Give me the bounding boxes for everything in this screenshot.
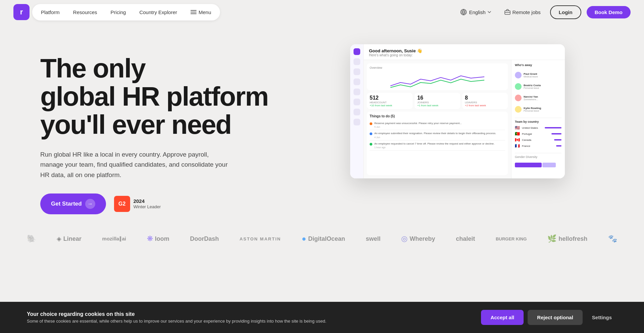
briefcase-icon (504, 9, 511, 15)
away-reason: Personal leave (524, 110, 541, 112)
headcount-value: 512 (370, 95, 410, 101)
todo-time: 4 Jun (374, 136, 496, 138)
language-label: English (469, 9, 485, 15)
line-chart (370, 71, 505, 89)
away-reason: Medical leave (524, 75, 538, 78)
dashboard-header: Good afternoon, Susie 👋 Here's what's go… (364, 44, 565, 60)
sidebar-dot-active (354, 48, 360, 55)
book-demo-button[interactable]: Book Demo (587, 6, 631, 18)
get-started-button[interactable]: Get Started → (40, 193, 106, 214)
get-started-label: Get Started (51, 201, 82, 207)
hero-subtext: Run global HR like a local in every coun… (40, 150, 228, 180)
nav-item-resources[interactable]: Resources (67, 7, 103, 18)
stat-headcount: 512 HEADCOUNT +10 from last week (367, 93, 413, 109)
arrow-icon: → (85, 199, 95, 209)
cookie-actions: Accept all Reject optional Settings (481, 310, 617, 325)
language-selector[interactable]: English (456, 6, 495, 18)
dashboard-center: Overview 512 HEADCOUNT (364, 60, 511, 178)
flag-ca: 🇨🇦 (515, 137, 520, 142)
linear-icon: ◈ (57, 235, 61, 242)
linear-label: Linear (63, 235, 82, 242)
loom-icon: ❋ (147, 234, 153, 243)
away-name: Paul Grant (524, 72, 538, 75)
sidebar-dot (354, 78, 360, 85)
away-name: Narcisi Yan (524, 95, 538, 98)
nav-item-platform[interactable]: Platform (35, 7, 66, 18)
heading-line1: The only (40, 53, 145, 83)
todo-dot (370, 122, 372, 125)
country-item-pt: 🇵🇹 Portugal (515, 131, 561, 137)
avatar (515, 72, 522, 78)
todo-section: Things to do (5) Reserve payment was uns… (367, 112, 508, 175)
hero-heading: The only global HR platform you'll ever … (40, 54, 350, 139)
away-name: Beatriz Costa (524, 84, 541, 87)
reject-optional-button[interactable]: Reject optional (528, 310, 583, 325)
dashboard-screenshot: Good afternoon, Susie 👋 Here's what's go… (350, 44, 565, 178)
sidebar-dot (354, 58, 360, 65)
todo-text: An employee requested to cancel 7 time o… (374, 142, 494, 146)
logo[interactable]: r (13, 4, 30, 20)
flag-us: 🇺🇸 (515, 125, 520, 130)
logo-digitalocean: ● DigitalOcean (302, 234, 345, 243)
country-item-ca: 🇨🇦 Canada (515, 137, 561, 143)
chaleit-label: chaleit (456, 235, 475, 242)
accept-all-button[interactable]: Accept all (481, 310, 524, 325)
country-bar (551, 133, 561, 134)
heading-line3: you'll ever need (40, 110, 231, 140)
flag-fr: 🇫🇷 (515, 144, 520, 148)
nav-item-country-explorer[interactable]: Country Explorer (133, 7, 183, 18)
chevron-down-icon (488, 11, 491, 13)
sidebar-dot (354, 109, 360, 115)
remote-jobs-label: Remote jobs (513, 9, 541, 15)
todo-item-3: An employee requested to cancel 7 time o… (370, 141, 505, 151)
country-name-pt: Portugal (522, 132, 532, 135)
country-item-fr: 🇫🇷 France (515, 143, 561, 149)
flag-pt: 🇵🇹 (515, 131, 520, 136)
leavers-value: 8 (465, 95, 505, 101)
hero-right: Good afternoon, Susie 👋 Here's what's go… (350, 44, 604, 178)
whereby-icon: ◎ (401, 234, 408, 243)
swell-label: swell (366, 235, 381, 242)
dashboard-sidebar (350, 44, 364, 178)
sidebar-dot (354, 119, 360, 125)
sidebar-dot (354, 68, 360, 75)
svg-rect-1 (191, 12, 197, 12)
logo-burgerking: BURGER KING (496, 236, 527, 241)
navbar: r Platform Resources Pricing Country Exp… (0, 0, 644, 24)
g2-icon: G2 (114, 196, 130, 212)
g2-label: Winter Leader (133, 204, 161, 210)
joiners-value: 16 (417, 95, 458, 101)
digitalocean-label: DigitalOcean (308, 235, 345, 242)
team-by-country-title: Team by country (515, 120, 561, 123)
todo-dot (370, 132, 372, 135)
country-item-us: 🇺🇸 United States (515, 125, 561, 131)
avatar (515, 106, 522, 113)
cookie-settings-button[interactable]: Settings (587, 310, 617, 325)
svg-rect-5 (515, 163, 542, 167)
leavers-label: LEAVERS (465, 101, 505, 104)
burgerking-label: BURGER KING (496, 236, 527, 241)
cookie-banner: Your choice regarding cookies on this si… (0, 302, 644, 333)
logo-whereby: ◎ Whereby (401, 234, 435, 243)
whereby-label: Whereby (410, 235, 435, 242)
away-item-3: Narcisi Yan Somewhere... (515, 94, 561, 102)
headcount-label: HEADCOUNT (370, 101, 410, 104)
stats-row: 512 HEADCOUNT +10 from last week 16 JOIN… (367, 93, 508, 109)
svg-rect-2 (191, 13, 197, 14)
other-icon: 🐾 (608, 234, 617, 243)
logo-linear: ◈ Linear (57, 235, 82, 242)
sidebar-dot (354, 89, 360, 95)
joiners-label: JOINERS (417, 101, 458, 104)
remote-jobs-button[interactable]: Remote jobs (500, 6, 545, 18)
nav-item-pricing[interactable]: Pricing (105, 7, 132, 18)
gender-diversity-title: Gender Diversity (515, 155, 561, 159)
away-item-1: Paul Grant Medical leave (515, 71, 561, 79)
leavers-change: +2 from last week (465, 104, 505, 107)
menu-label: Menu (199, 9, 211, 15)
todo-dot (370, 143, 372, 146)
nav-item-menu[interactable]: Menu (184, 7, 217, 18)
todo-item-2: An employee submitted their resignation.… (370, 130, 505, 140)
away-reason: Somewhere... (524, 98, 538, 101)
login-button[interactable]: Login (550, 5, 581, 19)
loom-label: loom (155, 235, 169, 242)
